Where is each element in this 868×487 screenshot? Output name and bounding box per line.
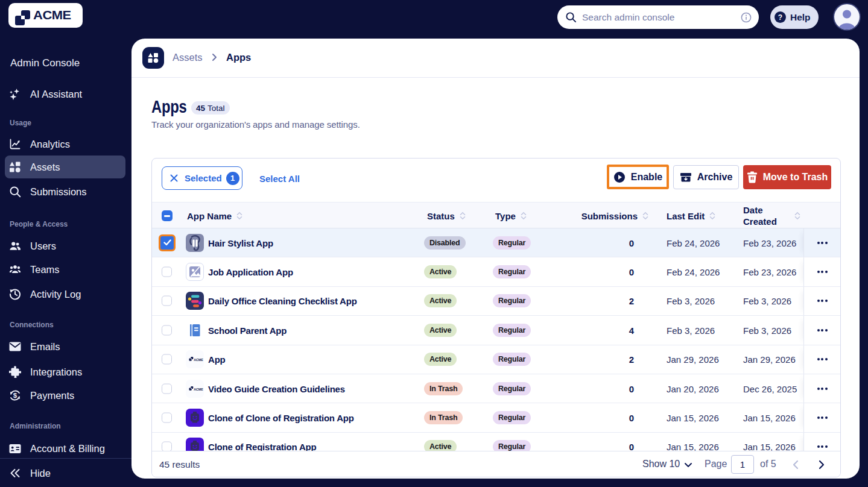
svg-text:ACME: ACME — [194, 359, 203, 362]
svg-text:$: $ — [13, 392, 17, 399]
svg-text:ACME: ACME — [194, 388, 203, 391]
